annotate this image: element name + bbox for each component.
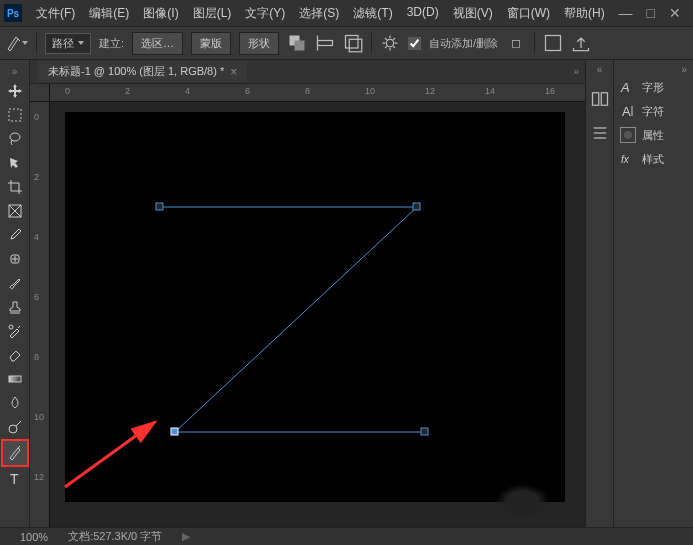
svg-rect-8: [9, 109, 21, 121]
maximize-button[interactable]: □: [647, 5, 655, 21]
panel-icon-1[interactable]: [590, 89, 610, 109]
opt-icon-a[interactable]: ◻: [506, 33, 526, 53]
menu-window[interactable]: 窗口(W): [501, 3, 556, 24]
svg-text:A: A: [622, 104, 631, 119]
glyphs-icon: A: [620, 79, 636, 95]
panel-collapse-icon[interactable]: »: [614, 64, 693, 75]
options-bar: 路径 建立: 选区… 蒙版 形状 自动添加/删除 ◻: [0, 26, 693, 60]
styles-panel-button[interactable]: fx 样式: [614, 147, 693, 171]
panel-icon-2[interactable]: [590, 123, 610, 143]
history-brush-tool[interactable]: [2, 319, 28, 343]
ruler-horizontal: 0 2 4 6 8 10 12 14 16: [50, 84, 585, 102]
share-icon[interactable]: [571, 33, 591, 53]
ruler-corner: [30, 84, 50, 102]
menu-type[interactable]: 文字(Y): [239, 3, 291, 24]
styles-label: 样式: [642, 152, 664, 167]
active-tool-icon[interactable]: [6, 32, 28, 54]
minimize-button[interactable]: —: [619, 5, 633, 21]
pen-tool[interactable]: [3, 441, 27, 465]
anchor-point[interactable]: [156, 203, 163, 210]
styles-icon: fx: [620, 151, 636, 167]
svg-rect-5: [349, 39, 362, 52]
menu-view[interactable]: 视图(V): [447, 3, 499, 24]
svg-rect-25: [592, 93, 598, 106]
svg-rect-7: [546, 36, 561, 51]
toolbox: » T: [0, 60, 30, 527]
svg-rect-17: [9, 376, 21, 382]
path-align-icon[interactable]: [315, 33, 335, 53]
svg-rect-2: [318, 41, 333, 46]
path-op-icon-1[interactable]: [287, 33, 307, 53]
tab-close-icon[interactable]: ×: [230, 65, 237, 79]
panel-expand-icon[interactable]: «: [597, 64, 603, 75]
cursor-shadow: [495, 484, 550, 519]
status-bar: 100% 文档:527.3K/0 字节 ▶: [0, 527, 693, 545]
menu-help[interactable]: 帮助(H): [558, 3, 611, 24]
menu-edit[interactable]: 编辑(E): [83, 3, 135, 24]
gear-icon[interactable]: [380, 33, 400, 53]
auto-add-checkbox[interactable]: [408, 37, 421, 50]
svg-rect-1: [295, 41, 305, 51]
frame-tool[interactable]: [2, 199, 28, 223]
menu-image[interactable]: 图像(I): [137, 3, 184, 24]
healing-tool[interactable]: [2, 247, 28, 271]
lasso-tool[interactable]: [2, 127, 28, 151]
pen-tool-highlight: [1, 439, 29, 467]
tabbar-overflow-icon[interactable]: »: [567, 66, 585, 77]
svg-line-24: [65, 422, 155, 487]
path-arrange-icon[interactable]: [343, 33, 363, 53]
make-mask-button[interactable]: 蒙版: [191, 32, 231, 55]
brush-tool[interactable]: [2, 271, 28, 295]
character-panel-button[interactable]: A 字符: [614, 99, 693, 123]
glyphs-panel-button[interactable]: A 字形: [614, 75, 693, 99]
auto-add-label: 自动添加/删除: [429, 36, 498, 51]
eyedropper-tool[interactable]: [2, 223, 28, 247]
document-tab[interactable]: 未标题-1 @ 100% (图层 1, RGB/8) * ×: [38, 61, 247, 82]
anchor-point[interactable]: [421, 428, 428, 435]
svg-point-16: [9, 325, 13, 329]
zoom-level[interactable]: 100%: [20, 531, 48, 543]
document-tab-title: 未标题-1 @ 100% (图层 1, RGB/8) *: [48, 64, 224, 79]
stamp-tool[interactable]: [2, 295, 28, 319]
blur-tool[interactable]: [2, 391, 28, 415]
quick-select-tool[interactable]: [2, 151, 28, 175]
glyphs-label: 字形: [642, 80, 664, 95]
canvas[interactable]: [65, 112, 565, 502]
crop-tool[interactable]: [2, 175, 28, 199]
toolbox-collapse-icon[interactable]: »: [10, 64, 20, 79]
svg-line-22: [175, 207, 417, 432]
marquee-tool[interactable]: [2, 103, 28, 127]
dodge-tool[interactable]: [2, 415, 28, 439]
establish-label: 建立:: [99, 36, 124, 51]
annotation-arrow: [55, 392, 175, 502]
menu-select[interactable]: 选择(S): [293, 3, 345, 24]
tool-mode-select[interactable]: 路径: [45, 33, 91, 54]
svg-text:A: A: [620, 80, 630, 95]
svg-point-18: [9, 425, 17, 433]
properties-panel-button[interactable]: 属性: [614, 123, 693, 147]
menu-filter[interactable]: 滤镜(T): [347, 3, 398, 24]
menu-layer[interactable]: 图层(L): [187, 3, 238, 24]
type-tool[interactable]: T: [2, 467, 28, 491]
make-selection-button[interactable]: 选区…: [132, 32, 183, 55]
ruler-vertical: 0 2 4 6 8 10 12: [30, 102, 50, 527]
svg-rect-26: [601, 93, 607, 106]
gradient-tool[interactable]: [2, 367, 28, 391]
close-button[interactable]: ✕: [669, 5, 681, 21]
app-logo: Ps: [4, 4, 22, 22]
menu-file[interactable]: 文件(F): [30, 3, 81, 24]
collapsed-panel-strip: «: [585, 60, 613, 527]
right-panel: » A 字形 A 字符 属性 fx 样式: [613, 60, 693, 527]
svg-text:T: T: [10, 471, 19, 487]
anchor-point[interactable]: [413, 203, 420, 210]
character-icon: A: [620, 103, 636, 119]
opt-icon-b[interactable]: [543, 33, 563, 53]
doc-info[interactable]: 文档:527.3K/0 字节: [68, 529, 162, 544]
svg-line-19: [16, 421, 21, 426]
properties-label: 属性: [642, 128, 664, 143]
move-tool[interactable]: [2, 79, 28, 103]
eraser-tool[interactable]: [2, 343, 28, 367]
menu-3d[interactable]: 3D(D): [401, 3, 445, 24]
svg-point-6: [386, 39, 394, 47]
make-shape-button[interactable]: 形状: [239, 32, 279, 55]
